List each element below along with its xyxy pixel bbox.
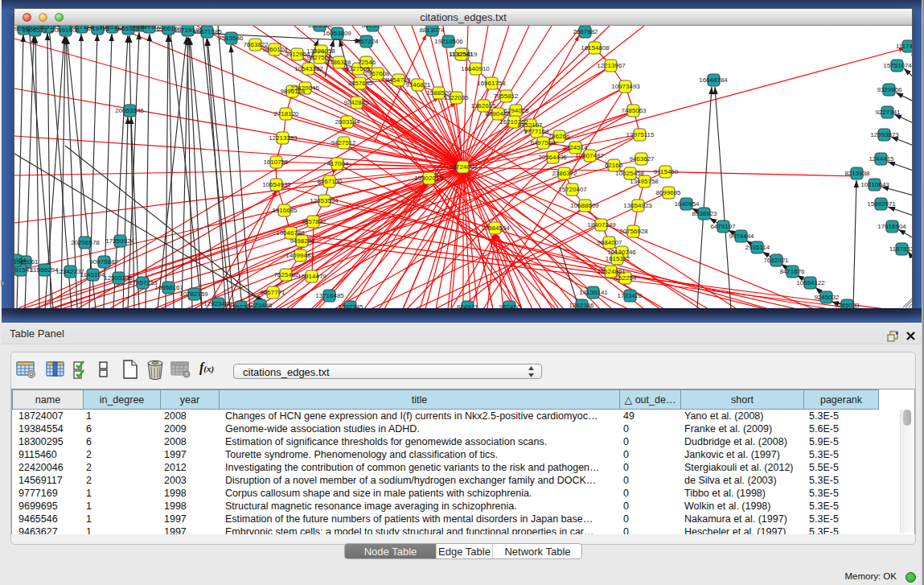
svg-text:10654122: 10654122 bbox=[796, 279, 825, 286]
svg-text:9498242: 9498242 bbox=[290, 237, 315, 245]
svg-text:1145194: 1145194 bbox=[80, 271, 105, 278]
svg-text:6497568: 6497568 bbox=[530, 139, 556, 146]
svg-text:12213383: 12213383 bbox=[269, 134, 298, 142]
svg-text:16648784: 16648784 bbox=[699, 76, 728, 84]
svg-text:9245032: 9245032 bbox=[814, 294, 840, 301]
svg-text:19384554: 19384554 bbox=[481, 225, 510, 232]
svg-text:18407249: 18407249 bbox=[587, 221, 616, 229]
svg-text:7515546: 7515546 bbox=[218, 35, 244, 42]
svg-text:10025458: 10025458 bbox=[615, 170, 644, 177]
svg-text:15302015: 15302015 bbox=[414, 175, 443, 182]
svg-text:17359924: 17359924 bbox=[105, 237, 134, 245]
svg-text:3857685: 3857685 bbox=[347, 80, 373, 87]
svg-text:72546: 72546 bbox=[358, 59, 376, 66]
svg-text:9777169: 9777169 bbox=[524, 128, 549, 135]
svg-text:6794028: 6794028 bbox=[503, 107, 529, 114]
svg-text:7857224: 7857224 bbox=[353, 38, 379, 45]
svg-text:8813074: 8813074 bbox=[419, 27, 445, 34]
svg-text:2687682: 2687682 bbox=[573, 28, 598, 35]
svg-text:12353594: 12353594 bbox=[310, 197, 339, 204]
svg-text:9860124: 9860124 bbox=[262, 46, 288, 53]
svg-text:14099483: 14099483 bbox=[285, 252, 314, 259]
svg-text:9657771: 9657771 bbox=[260, 289, 285, 296]
svg-text:9227341: 9227341 bbox=[875, 109, 901, 116]
svg-text:1640954: 1640954 bbox=[674, 200, 700, 208]
svg-text:2718120: 2718120 bbox=[273, 110, 299, 117]
svg-text:9896124: 9896124 bbox=[280, 88, 306, 95]
svg-text:90975887: 90975887 bbox=[89, 258, 118, 266]
svg-text:10210643: 10210643 bbox=[860, 181, 889, 188]
svg-text:12093873: 12093873 bbox=[870, 131, 899, 138]
svg-text:1605380: 1605380 bbox=[307, 26, 333, 29]
svg-text:962450: 962450 bbox=[499, 303, 521, 308]
svg-text:1615112: 1615112 bbox=[606, 255, 630, 262]
svg-text:16053809: 16053809 bbox=[322, 30, 351, 37]
svg-text:1610755: 1610755 bbox=[263, 159, 289, 166]
svg-text:1202345: 1202345 bbox=[338, 303, 363, 308]
svg-text:881307: 881307 bbox=[362, 26, 384, 29]
svg-text:7625402: 7625402 bbox=[273, 271, 299, 278]
svg-text:9146821: 9146821 bbox=[405, 81, 431, 89]
svg-text:16154808: 16154808 bbox=[581, 44, 610, 51]
svg-text:9329966: 9329966 bbox=[877, 86, 902, 93]
svg-text:1292346: 1292346 bbox=[569, 302, 594, 308]
svg-text:10543382: 10543382 bbox=[294, 65, 323, 72]
svg-text:9427512: 9427512 bbox=[331, 139, 356, 146]
svg-text:2935114: 2935114 bbox=[745, 244, 770, 251]
svg-text:17957253: 17957253 bbox=[129, 279, 158, 286]
svg-text:13975115: 13975115 bbox=[626, 131, 655, 138]
svg-text:3857832: 3857832 bbox=[301, 218, 326, 225]
svg-text:1223446: 1223446 bbox=[247, 302, 273, 308]
svg-text:9245033: 9245033 bbox=[834, 302, 860, 308]
svg-text:9474444: 9474444 bbox=[729, 233, 754, 240]
svg-text:3824514: 3824514 bbox=[562, 144, 588, 151]
svg-text:15720407: 15720407 bbox=[558, 186, 587, 193]
svg-text:139154: 139154 bbox=[14, 257, 27, 264]
svg-text:10807487: 10807487 bbox=[575, 152, 604, 159]
svg-text:8267130: 8267130 bbox=[317, 178, 343, 185]
svg-text:1916685: 1916685 bbox=[272, 207, 298, 214]
svg-text:1244415: 1244415 bbox=[869, 155, 894, 163]
svg-text:20206578: 20206578 bbox=[71, 239, 100, 246]
svg-text:20053346: 20053346 bbox=[115, 107, 144, 114]
svg-text:16640910: 16640910 bbox=[461, 65, 490, 72]
svg-text:10046788: 10046788 bbox=[276, 229, 305, 237]
svg-text:62160: 62160 bbox=[605, 162, 623, 169]
svg-text:1132541: 1132541 bbox=[449, 51, 474, 58]
svg-text:16961758: 16961758 bbox=[477, 80, 506, 87]
svg-text:16914479: 16914479 bbox=[298, 273, 326, 280]
svg-text:13654923: 13654923 bbox=[623, 202, 652, 209]
svg-text:1733426: 1733426 bbox=[617, 292, 643, 299]
svg-text:10688609: 10688609 bbox=[570, 202, 599, 209]
svg-text:13495758: 13495758 bbox=[630, 178, 659, 185]
svg-text:10782759: 10782759 bbox=[179, 290, 208, 298]
svg-text:1117464: 1117464 bbox=[896, 43, 912, 50]
svg-text:9684007: 9684007 bbox=[597, 239, 622, 246]
svg-text:7955812: 7955812 bbox=[493, 93, 519, 100]
svg-text:15692971: 15692971 bbox=[867, 200, 896, 208]
svg-text:8215938: 8215938 bbox=[844, 170, 870, 177]
svg-text:2603144: 2603144 bbox=[335, 118, 360, 126]
svg-text:19218506: 19218506 bbox=[434, 38, 463, 45]
svg-text:1167533: 1167533 bbox=[889, 245, 912, 253]
svg-text:152254: 152254 bbox=[615, 274, 637, 282]
svg-text:7632021: 7632021 bbox=[763, 257, 789, 264]
svg-text:18724007: 18724007 bbox=[449, 163, 478, 171]
svg-text:14136141: 14136141 bbox=[579, 289, 608, 296]
svg-text:17016504: 17016504 bbox=[877, 223, 906, 230]
svg-text:9242845: 9242845 bbox=[343, 99, 369, 106]
svg-text:11568294: 11568294 bbox=[31, 266, 60, 274]
svg-text:15751074: 15751074 bbox=[883, 62, 912, 69]
svg-text:8471676: 8471676 bbox=[779, 268, 805, 275]
svg-text:6479197: 6479197 bbox=[710, 223, 736, 230]
svg-text:2386372: 2386372 bbox=[552, 170, 577, 177]
svg-text:13716485: 13716485 bbox=[315, 292, 344, 299]
svg-text:1322035: 1322035 bbox=[443, 94, 469, 101]
svg-text:8699695: 8699695 bbox=[655, 189, 681, 196]
svg-text:1362615: 1362615 bbox=[470, 102, 496, 109]
svg-text:874921: 874921 bbox=[457, 303, 478, 308]
svg-text:7485063: 7485063 bbox=[621, 107, 647, 114]
svg-text:20756928: 20756928 bbox=[619, 228, 648, 235]
svg-text:12213967: 12213967 bbox=[597, 62, 626, 69]
svg-text:10654932: 10654932 bbox=[262, 181, 291, 188]
